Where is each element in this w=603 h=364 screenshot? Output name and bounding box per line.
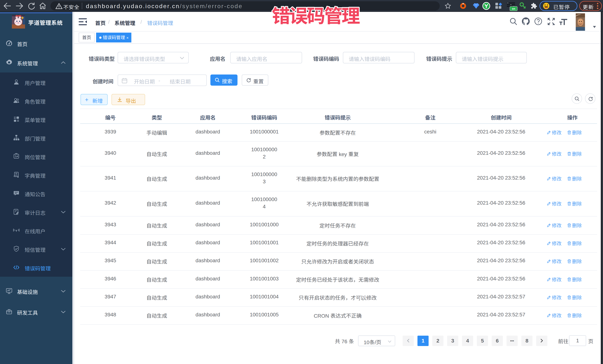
svg-text:错误码管理: 错误码管理 [272,1,360,28]
